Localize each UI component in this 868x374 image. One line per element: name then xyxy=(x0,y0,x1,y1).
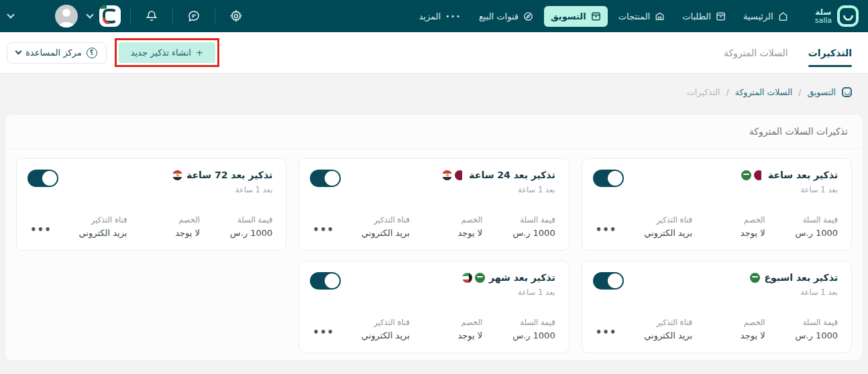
card-title: تذكير بعد شهر xyxy=(489,272,555,283)
salla-logo[interactable]: سلة salla xyxy=(815,5,859,27)
nav-item-marketing[interactable]: التسويق xyxy=(544,6,608,27)
field-label: قيمة السلة xyxy=(765,215,838,225)
nav-item-orders[interactable]: الطلبات xyxy=(675,6,733,27)
field-label: قناة التذكير xyxy=(620,215,692,225)
breadcrumb-separator: / xyxy=(798,87,801,97)
field-value: لا يوجد xyxy=(127,228,199,238)
help-center-label: مركز المساعدة xyxy=(25,48,82,58)
annotation-highlight: + انشاء تذكير جديد xyxy=(115,38,219,67)
help-center-button[interactable]: ؟ مركز المساعدة xyxy=(7,42,107,64)
breadcrumb-abandoned-carts[interactable]: السلات المتروكة xyxy=(735,87,793,97)
card-subtitle: بعد 1 ساعة xyxy=(172,185,272,194)
egypt-flag-icon xyxy=(172,170,182,180)
card-field: قناة التذكيربريد الكتروني xyxy=(54,215,127,238)
card-title: تذكير بعد 24 ساعة xyxy=(469,170,555,180)
field-label: قيمة السلة xyxy=(765,318,838,327)
reminder-toggle[interactable] xyxy=(593,170,624,187)
card-field: الخصملا يوجد xyxy=(692,215,765,238)
card-field: قناة التذكيربريد الكتروني xyxy=(337,318,409,340)
more-options-button[interactable]: ••• xyxy=(593,217,620,236)
more-dots-icon: ••• xyxy=(445,13,462,20)
cards-grid: تذكير بعد ساعة بعد 1 ساعة قيمة السلة1000… xyxy=(5,149,863,363)
qatar-flag-icon xyxy=(455,170,465,180)
card-flags xyxy=(462,273,485,283)
reminder-toggle[interactable] xyxy=(310,272,341,290)
card-fields-row: قيمة السلة1000 ر.سالخصملا يوجدقناة التذك… xyxy=(28,215,272,238)
page-title: تذكيرات السلات المتروكة xyxy=(20,126,848,137)
field-label: الخصم xyxy=(127,215,199,225)
nav-item-more[interactable]: ••• المزيد xyxy=(412,6,468,27)
salla-bag-icon xyxy=(837,5,859,27)
question-icon: ؟ xyxy=(87,48,97,58)
card-field: قيمة السلة1000 ر.س xyxy=(200,215,272,238)
notifications-button[interactable] xyxy=(140,5,163,27)
collapse-chevron-icon[interactable] xyxy=(7,11,14,18)
divider xyxy=(215,9,215,23)
topbar-icon-cluster xyxy=(8,5,248,27)
card-top: تذكير بعد 72 ساعة بعد 1 ساعة xyxy=(28,170,272,194)
bell-icon xyxy=(145,9,158,23)
support-chat-button[interactable] xyxy=(182,5,205,27)
breadcrumb-marketing[interactable]: التسويق xyxy=(807,87,836,97)
field-value: لا يوجد xyxy=(692,330,765,340)
card-field: قناة التذكيربريد الكتروني xyxy=(620,215,692,238)
card-field: قناة التذكيربريد الكتروني xyxy=(337,215,409,238)
card-flags xyxy=(741,170,764,180)
nav-item-products[interactable]: المنتجات xyxy=(612,6,672,27)
more-options-button[interactable]: ••• xyxy=(28,217,54,236)
field-value: بريد الكتروني xyxy=(337,330,409,340)
card-subtitle: بعد 1 ساعة xyxy=(750,288,838,297)
nav-item-home[interactable]: الرئيسية xyxy=(737,6,795,27)
divider xyxy=(172,9,173,23)
field-label: الخصم xyxy=(692,318,765,327)
tab-reminders[interactable]: التذكيرات xyxy=(808,32,852,73)
card-subtitle: بعد 1 ساعة xyxy=(462,288,555,297)
card-field: قيمة السلة1000 ر.س xyxy=(482,318,555,340)
saudi-flag-icon xyxy=(750,273,760,283)
card-heading: تذكير بعد اسبوع بعد 1 ساعة xyxy=(750,272,838,297)
reminder-toggle[interactable] xyxy=(310,170,341,187)
tabs: التذكيرات السلات المتروكة xyxy=(724,32,852,73)
field-label: قناة التذكير xyxy=(337,215,409,225)
field-label: الخصم xyxy=(410,318,482,327)
card-subtitle: بعد 1 ساعة xyxy=(442,185,555,194)
avatar[interactable] xyxy=(55,5,78,27)
reminder-card: تذكير بعد 72 ساعة بعد 1 ساعة قيمة السلة1… xyxy=(16,158,286,251)
field-label: قيمة السلة xyxy=(482,318,555,327)
field-label: قيمة السلة xyxy=(200,215,272,225)
orders-icon xyxy=(716,11,726,21)
field-value: بريد الكتروني xyxy=(337,228,409,238)
settings-button[interactable] xyxy=(225,5,248,27)
products-icon xyxy=(655,11,665,21)
card-field: قناة التذكيربريد الكتروني xyxy=(620,318,692,340)
reminder-toggle[interactable] xyxy=(28,170,58,187)
more-options-button[interactable]: ••• xyxy=(593,320,620,338)
card-heading: تذكير بعد 24 ساعة بعد 1 ساعة xyxy=(442,170,555,194)
reminder-card: تذكير بعد شهر بعد 1 ساعة قيمة السلة1000 … xyxy=(299,261,569,353)
create-reminder-button[interactable]: + انشاء تذكير جديد xyxy=(119,42,215,63)
card-field: الخصملا يوجد xyxy=(410,318,482,340)
panel-header: تذكيرات السلات المتروكة xyxy=(5,115,863,149)
card-field: الخصملا يوجد xyxy=(692,318,765,340)
tab-abandoned-carts[interactable]: السلات المتروكة xyxy=(724,32,788,73)
store-switcher[interactable] xyxy=(87,5,121,27)
reminder-toggle[interactable] xyxy=(593,272,624,290)
card-heading: تذكير بعد شهر بعد 1 ساعة xyxy=(462,272,555,297)
qatar-flag-icon xyxy=(754,170,764,180)
nav-label: التسويق xyxy=(551,11,586,21)
brand-text: سلة salla xyxy=(815,8,832,24)
breadcrumb-reminders-current: التذكيرات xyxy=(687,87,720,97)
brand-name-en: salla xyxy=(815,17,832,25)
marketing-icon xyxy=(591,11,601,21)
field-value: 1000 ر.س xyxy=(765,330,838,340)
card-field: قيمة السلة1000 ر.س xyxy=(765,215,838,238)
card-field: الخصملا يوجد xyxy=(410,215,482,238)
card-field: قيمة السلة1000 ر.س xyxy=(482,215,555,238)
card-field: الخصملا يوجد xyxy=(127,215,199,238)
more-options-button[interactable]: ••• xyxy=(310,217,337,236)
nav-item-sales-channels[interactable]: قنوات البيع xyxy=(472,6,540,27)
more-options-button[interactable]: ••• xyxy=(310,320,337,338)
card-top: تذكير بعد اسبوع بعد 1 ساعة xyxy=(593,272,838,297)
card-top: تذكير بعد ساعة بعد 1 ساعة xyxy=(593,170,838,194)
field-value: بريد الكتروني xyxy=(54,228,127,238)
